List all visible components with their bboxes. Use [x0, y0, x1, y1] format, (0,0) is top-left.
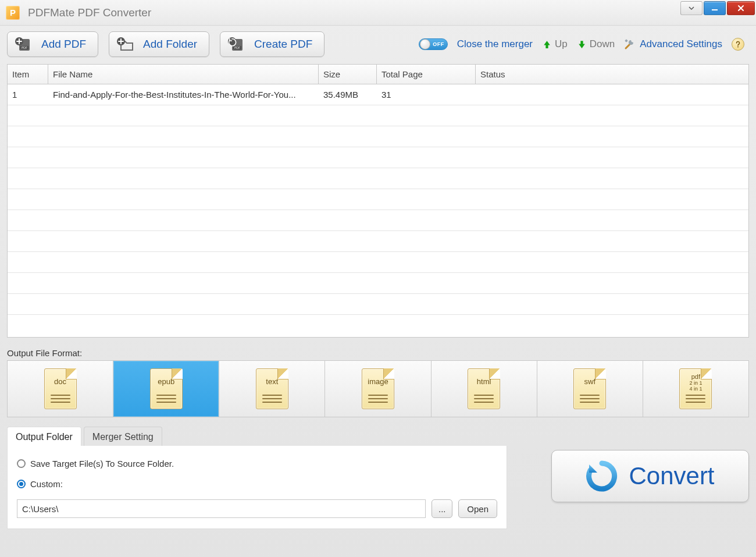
- grid-header-size[interactable]: Size: [319, 65, 377, 84]
- epub-file-icon: epub: [150, 368, 183, 409]
- cell-file: Find-and-Apply-For-the-Best-Institutes-I…: [48, 84, 319, 105]
- html-file-icon: html: [468, 368, 500, 409]
- radio-source-label: Save Target File(s) To Source Folder.: [30, 459, 174, 469]
- cell-size: 35.49MB: [319, 84, 377, 105]
- browse-button[interactable]: ...: [432, 499, 452, 518]
- convert-button[interactable]: Convert: [551, 450, 749, 502]
- titlebar: P PDFMate PDF Converter: [0, 0, 756, 26]
- svg-point-11: [737, 47, 739, 48]
- radio-custom-label: Custom:: [30, 479, 63, 489]
- move-up-button[interactable]: Up: [542, 38, 568, 50]
- app-logo-icon: P: [6, 6, 20, 20]
- grid-header-status[interactable]: Status: [476, 65, 748, 84]
- close-button[interactable]: [727, 1, 755, 15]
- grid-empty-row: [8, 231, 748, 252]
- create-pdf-button[interactable]: PDF Create PDF: [220, 31, 324, 57]
- minimize-button[interactable]: [704, 1, 726, 15]
- add-folder-label: Add Folder: [143, 38, 197, 51]
- grid-row[interactable]: 1 Find-and-Apply-For-the-Best-Institutes…: [8, 84, 748, 105]
- grid-empty-row: [8, 189, 748, 210]
- add-pdf-icon: PDF: [15, 36, 33, 52]
- format-option-image[interactable]: image: [325, 361, 431, 417]
- format-option-pdf[interactable]: pdf 2 in 1 4 in 1: [643, 361, 748, 417]
- cell-item: 1: [8, 84, 48, 105]
- radio-custom[interactable]: [17, 480, 26, 488]
- arrow-up-icon: [542, 40, 552, 49]
- svg-text:PDF: PDF: [234, 46, 240, 49]
- grid-header-item[interactable]: Item: [8, 65, 48, 84]
- toggle-knob-icon: [420, 39, 430, 49]
- cell-status: [476, 84, 748, 105]
- pdf-file-icon: pdf 2 in 1 4 in 1: [679, 368, 712, 409]
- radio-source[interactable]: [17, 459, 26, 468]
- grid-empty-row: [8, 252, 748, 273]
- merger-toggle-state: OFF: [433, 41, 444, 47]
- format-option-text[interactable]: text: [219, 361, 325, 417]
- open-folder-button[interactable]: Open: [458, 499, 497, 518]
- help-icon: [734, 41, 741, 48]
- grid-empty-row: [8, 147, 748, 168]
- grid-header-row: Item File Name Size Total Page Status: [8, 65, 748, 84]
- grid-empty-row: [8, 126, 748, 147]
- dropdown-window-button[interactable]: [680, 1, 702, 15]
- window-controls: [679, 0, 756, 25]
- format-option-html[interactable]: html: [432, 361, 537, 417]
- grid-empty-row: [8, 294, 748, 315]
- advanced-settings-label: Advanced Settings: [640, 38, 722, 50]
- radio-source-row[interactable]: Save Target File(s) To Source Folder.: [17, 459, 497, 469]
- svg-rect-0: [712, 9, 718, 10]
- svg-rect-10: [625, 39, 628, 42]
- grid-header-file[interactable]: File Name: [48, 65, 319, 84]
- tab-output-folder-body: Save Target File(s) To Source Folder. Cu…: [7, 446, 507, 529]
- grid-empty-row: [8, 168, 748, 189]
- convert-icon: [586, 460, 618, 492]
- image-file-icon: image: [362, 368, 394, 409]
- add-pdf-button[interactable]: PDF Add PDF: [7, 31, 98, 57]
- convert-area: Convert: [525, 427, 749, 502]
- grid-empty-row: [8, 105, 748, 126]
- bottom-area: Output Folder Merger Setting Save Target…: [0, 417, 756, 529]
- format-option-doc[interactable]: doc: [8, 361, 113, 417]
- grid-body[interactable]: 1 Find-and-Apply-For-the-Best-Institutes…: [8, 84, 748, 337]
- convert-label: Convert: [629, 462, 714, 490]
- add-pdf-label: Add PDF: [41, 38, 86, 51]
- main-toolbar: PDF Add PDF Add Folder PDF: [0, 26, 756, 64]
- file-grid: Item File Name Size Total Page Status 1 …: [7, 64, 749, 338]
- format-bar: doc epub text image html: [7, 360, 749, 417]
- move-down-button[interactable]: Down: [577, 38, 615, 50]
- arrow-down-icon: [577, 40, 587, 49]
- merger-toggle[interactable]: OFF: [419, 38, 448, 50]
- app-title: PDFMate PDF Converter: [28, 6, 151, 19]
- help-button[interactable]: [732, 38, 744, 51]
- create-pdf-icon: PDF: [227, 36, 246, 52]
- add-folder-button[interactable]: Add Folder: [109, 31, 209, 57]
- doc-file-icon: doc: [44, 368, 77, 409]
- grid-header-page[interactable]: Total Page: [377, 65, 476, 84]
- output-panel: Output Folder Merger Setting Save Target…: [7, 427, 507, 529]
- tools-icon: [624, 38, 636, 50]
- grid-empty-row: [8, 210, 748, 231]
- swf-file-icon: swf: [573, 368, 606, 409]
- tab-merger-setting[interactable]: Merger Setting: [84, 427, 162, 446]
- tab-output-folder[interactable]: Output Folder: [7, 427, 81, 446]
- output-format-section: Output File Format: doc epub text image: [0, 338, 756, 417]
- output-format-label: Output File Format:: [7, 348, 749, 358]
- output-tabs: Output Folder Merger Setting: [7, 427, 507, 446]
- cell-page: 31: [377, 84, 476, 105]
- move-up-label: Up: [555, 38, 568, 50]
- format-option-epub[interactable]: epub: [113, 361, 219, 417]
- grid-empty-row: [8, 273, 748, 294]
- format-option-swf[interactable]: swf: [537, 361, 643, 417]
- merger-toggle-label: Close the merger: [457, 38, 533, 50]
- create-pdf-label: Create PDF: [254, 38, 312, 51]
- move-down-label: Down: [590, 38, 615, 50]
- advanced-settings-button[interactable]: Advanced Settings: [624, 38, 722, 50]
- svg-text:PDF: PDF: [22, 46, 27, 49]
- output-path-input[interactable]: [17, 499, 426, 518]
- radio-custom-row[interactable]: Custom:: [17, 479, 497, 489]
- add-folder-icon: [116, 36, 135, 52]
- text-file-icon: text: [256, 368, 288, 409]
